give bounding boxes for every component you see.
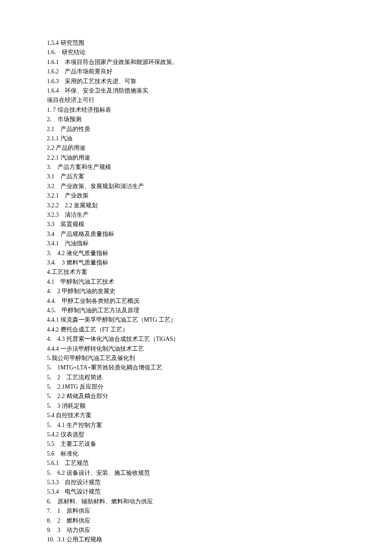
toc-line: 项目在经济上可行 xyxy=(47,96,345,105)
toc-line: 5. 4.1 生产控制方案 xyxy=(47,421,345,430)
toc-line: 3.2 产业政策、发展规划和清洁生产 xyxy=(47,182,345,191)
toc-line: 5.4 自控技术方案 xyxy=(47,411,345,420)
toc-line: 1.5.4 研究范围 xyxy=(47,38,345,48)
toc-line: 3.4. 3 燃料气质量指标 xyxy=(47,258,345,267)
toc-line: 8. 2 燃料供应 xyxy=(47,516,345,526)
toc-line: 5. 1MTG+LTA+重芳姓轻质化耦合增值工艺 xyxy=(47,363,345,372)
toc-line: 3. 4.2 液化气质量指标 xyxy=(47,249,345,258)
toc-line: 4.4.4 一步法甲醇转化制汽油技术工艺 xyxy=(47,344,345,354)
toc-line: 3. 产品方案和生产规模 xyxy=(47,163,345,172)
toc-line: 10. 3.1 公用工程规格 xyxy=(47,535,345,544)
toc-line: 6. 原材料、辅助材料、燃料和动力供应 xyxy=(47,497,345,506)
toc-line: 3.2.1 产业政策 xyxy=(47,191,345,200)
toc-line: 4. 4.3 托普索一体化汽油合成技术工艺（TlGAS） xyxy=(47,334,345,344)
toc-line: 5. 2.1MTG 反应部分 xyxy=(47,382,345,392)
toc-line: 5.3.3 自控设计规范 xyxy=(47,478,345,487)
toc-line: 4.5. 甲醇制汽油的工艺方法及原理 xyxy=(47,306,345,315)
toc-line: 4.4.1 埃克森一美孚甲醇制汽油工艺（MTG 工艺） xyxy=(47,315,345,325)
toc-line: 3.2.3 清洁生产 xyxy=(47,210,345,220)
toc-line: 2.2.1 汽油的用途 xyxy=(47,153,345,163)
toc-line: 4.4.2 费托合成工艺（FT 工艺） xyxy=(47,325,345,334)
toc-line: 3.1 产品方案 xyxy=(47,172,345,181)
toc-line: 4.工艺技术方案 xyxy=(47,267,345,277)
toc-line: 1. 7 综合技术经济指标表 xyxy=(47,105,345,115)
toc-line: 3.4.1 汽油指标 xyxy=(47,239,345,248)
toc-line: 5.6 标准化 xyxy=(47,449,345,459)
toc-line: 4. 2 甲醇制汽油的发展史 xyxy=(47,287,345,296)
toc-line: 3.4 产品规格及质量指标 xyxy=(47,230,345,239)
toc-line: 5.4.2 仪表选型 xyxy=(47,430,345,439)
toc-line: 1.6.2 产品市场前景良好 xyxy=(47,67,345,76)
toc-line: 3.3 装置规模 xyxy=(47,220,345,229)
toc-line: 2.1.1 汽油 xyxy=(47,134,345,143)
toc-line: 1.6.1 本项目符合国家产业政策和能源环保政策。 xyxy=(47,58,345,67)
toc-line: 5.3.4 电气设计规范 xyxy=(47,487,345,497)
toc-line: 7. 1 原料供应 xyxy=(47,506,345,516)
toc-line: 3.2.2 2.2 发展规划 xyxy=(47,201,345,210)
toc-line: 4.4. 甲醇工业制各类烃的工艺概况 xyxy=(47,296,345,306)
toc-line: 2.1 产品的性质 xyxy=(47,125,345,134)
toc-line: 1.6.3 采用的工艺技术先进、可靠 xyxy=(47,77,345,86)
toc-line: 9. 3 动力供应 xyxy=(47,526,345,535)
toc-line: 2.2 产品的用途 xyxy=(47,143,345,153)
toc-container: 1.5.4 研究范围1.6. 研究结论1.6.1 本项目符合国家产业政策和能源环… xyxy=(47,38,345,545)
toc-line: 5. 3 消耗定额 xyxy=(47,401,345,411)
toc-line: 4.1 甲醇制汽油工艺技术 xyxy=(47,277,345,287)
toc-line: 1.6. 研究结论 xyxy=(47,48,345,57)
toc-line: 5.5 主要工艺设备 xyxy=(47,439,345,449)
toc-line: 5.我公司甲醇制汽油工艺及催化剂 xyxy=(47,354,345,363)
toc-line: 5. 2 工艺流程简述 xyxy=(47,373,345,382)
toc-line: 2. 市场预测 xyxy=(47,115,345,124)
toc-line: 5.6.1 工艺规范 xyxy=(47,459,345,468)
toc-line: 5. 6.2 设备设计、安装、施工验收规范 xyxy=(47,468,345,478)
toc-line: 5. 2.2 精储及耦合部分 xyxy=(47,392,345,401)
toc-line: 1.6.4 环保、安全卫生及消防措施落实 xyxy=(47,86,345,96)
